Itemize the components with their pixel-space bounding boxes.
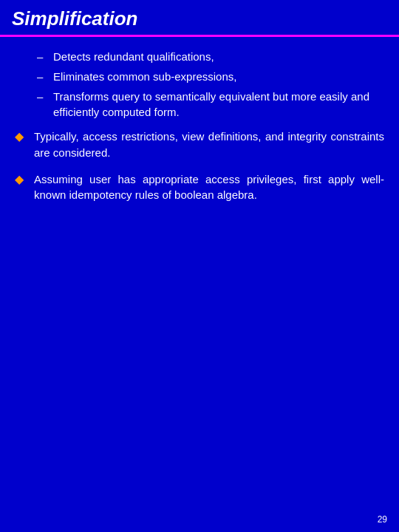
bullet-item-text: Typically, access restrictions, view def… xyxy=(34,129,384,161)
bullet-item-text: Assuming user has appropriate access pri… xyxy=(34,171,384,204)
bullet-item: ◆Assuming user has appropriate access pr… xyxy=(15,171,384,204)
sub-dash: – xyxy=(37,49,47,64)
sub-item-text: Detects redundant qualifications, xyxy=(53,49,214,64)
slide-content: –Detects redundant qualifications,–Elimi… xyxy=(0,37,399,225)
slide: Simplification –Detects redundant qualif… xyxy=(0,0,399,532)
bullet-item: ◆Typically, access restrictions, view de… xyxy=(15,129,384,161)
slide-title: Simplification xyxy=(12,7,137,30)
sub-dash: – xyxy=(37,89,47,104)
sub-item-text: Transforms query to semantically equival… xyxy=(53,89,384,120)
sub-list: –Detects redundant qualifications,–Elimi… xyxy=(37,49,384,120)
sub-item-text: Eliminates common sub-expressions, xyxy=(53,69,236,84)
bullet-list: ◆Typically, access restrictions, view de… xyxy=(15,129,384,203)
page-number: 29 xyxy=(378,514,387,525)
bullet-icon: ◆ xyxy=(15,129,28,145)
title-bar: Simplification xyxy=(0,0,399,35)
bullet-icon: ◆ xyxy=(15,171,28,188)
sub-dash: – xyxy=(37,69,47,84)
sub-item: –Transforms query to semantically equiva… xyxy=(37,89,384,120)
sub-item: –Eliminates common sub-expressions, xyxy=(37,69,384,84)
sub-item: –Detects redundant qualifications, xyxy=(37,49,384,64)
